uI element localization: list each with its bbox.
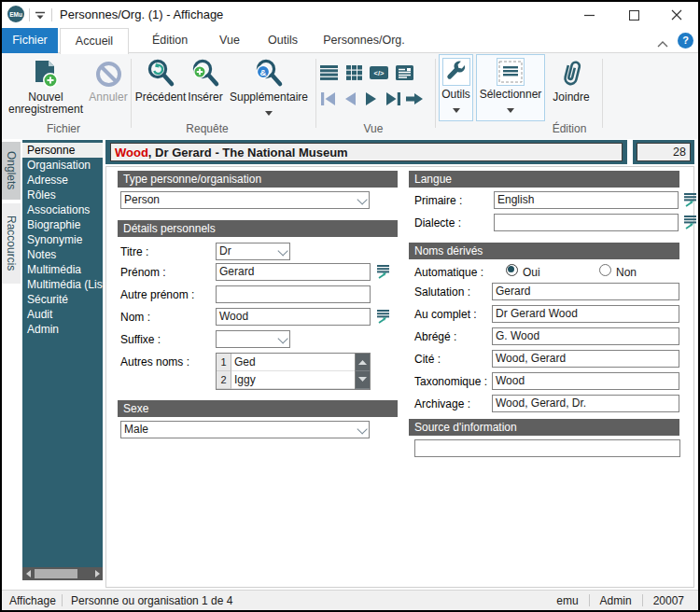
full-name-field[interactable]: Dr Gerard Wood [492, 305, 679, 323]
scroll-down-button[interactable] [355, 371, 370, 389]
automatic-label: Automatique : [414, 266, 483, 279]
sidebar-item-personne[interactable]: Personne [22, 143, 103, 158]
group-label-requete: Requête [161, 122, 254, 135]
group-label-vue: Vue [327, 122, 420, 135]
tab-personnes-org[interactable]: Personnes/Org. [319, 28, 409, 53]
view-code-icon[interactable]: </> [369, 64, 389, 81]
chevron-down-icon [265, 105, 273, 118]
tab-edition[interactable]: Édition [140, 28, 200, 53]
nav-goto-icon[interactable] [404, 90, 425, 107]
radio-oui[interactable] [506, 264, 518, 276]
new-record-button[interactable]: Nouvel enregistrement [7, 55, 84, 116]
sidebar-tab-onglets[interactable]: Onglets [2, 142, 21, 200]
scroll-left-icon[interactable] [22, 567, 34, 580]
status-right: emu Admin 20007 [546, 591, 694, 610]
sidebar-item-notes[interactable]: Notes [22, 247, 103, 262]
salutation-field[interactable]: Gerard [492, 283, 679, 300]
sidebar-item-roles[interactable]: Rôles [22, 188, 103, 202]
close-button[interactable] [661, 2, 693, 28]
attach-button[interactable]: Joindre [548, 55, 595, 104]
taxonomic-name-field[interactable]: Wood [492, 372, 679, 390]
brief-name-field[interactable]: G. Wood [492, 327, 679, 345]
middle-name-field[interactable] [216, 285, 371, 303]
sidebar-item-adresse[interactable]: Adresse [22, 173, 103, 188]
maximize-button[interactable] [618, 2, 650, 28]
previous-label: Précédent [135, 91, 187, 104]
nav-next-icon[interactable] [361, 90, 382, 107]
sidebar-item-multimedia[interactable]: Multimédia [22, 262, 103, 277]
tools-button[interactable]: Outils [439, 54, 473, 121]
view-grid-icon[interactable] [343, 64, 364, 81]
source-field[interactable] [414, 439, 680, 457]
status-number: 20007 [643, 594, 694, 607]
gender-combo[interactable]: Male [120, 421, 370, 438]
first-name-field[interactable]: Gerard [216, 263, 371, 281]
other-name-cell[interactable]: Ged [231, 354, 355, 371]
dialect-field[interactable] [494, 214, 679, 231]
person-type-combo[interactable]: Person [120, 191, 370, 209]
radio-oui-label[interactable]: Oui [523, 266, 540, 279]
autofill-icon[interactable] [376, 265, 390, 279]
cancel-label: Annuler [89, 91, 127, 104]
app-window: EMu Personnes/Org. (1) - Affichage Fichi… [0, 0, 700, 612]
scroll-up-button[interactable] [355, 354, 370, 371]
tab-accueil[interactable]: Accueil [60, 28, 129, 54]
chevron-down-icon [507, 103, 514, 116]
cancel-button: Annuler [86, 55, 131, 104]
radio-non-label[interactable]: Non [616, 266, 637, 279]
sidebar-item-biographie[interactable]: Biographie [22, 217, 103, 232]
other-names-grid[interactable]: 1 Ged 2 Iggy [216, 353, 371, 390]
svg-text:EMu: EMu [9, 11, 22, 18]
sidebar-item-multimedia-liste[interactable]: Multimédia (Liste [22, 277, 103, 292]
record-count-field: 28 [637, 143, 691, 161]
tab-vue[interactable]: Vue [209, 28, 250, 53]
additional-search-button[interactable]: & Supplémentaire [226, 55, 312, 118]
full-name-label: Au complet : [414, 308, 477, 321]
window-title: Personnes/Org. (1) - Affichage [60, 2, 223, 28]
filing-name-field[interactable]: Wood, Gerard, Dr. [492, 395, 679, 412]
collapse-ribbon-icon[interactable] [657, 37, 668, 50]
scrollbar-thumb[interactable] [35, 569, 77, 578]
sidebar-tab-raccourcis[interactable]: Raccourcis [2, 203, 21, 284]
sidebar-item-organisation[interactable]: Organisation [22, 158, 103, 173]
status-user: emu [546, 594, 588, 607]
insert-button[interactable]: Insérer [185, 55, 226, 104]
sidebar-item-associations[interactable]: Associations [22, 202, 103, 217]
section-details: Détails personnels [118, 220, 398, 237]
sidebar-item-securite[interactable]: Sécurité [22, 292, 103, 307]
tab-fichier[interactable]: Fichier [2, 28, 58, 53]
scroll-right-icon[interactable] [91, 567, 103, 580]
autofill-icon[interactable] [683, 193, 697, 207]
primary-language-field[interactable]: English [494, 191, 679, 209]
nav-last-icon[interactable] [383, 90, 403, 107]
help-icon[interactable]: ? [678, 33, 693, 49]
chevron-down-icon [277, 245, 287, 256]
select-button[interactable]: Sélectionner [476, 54, 545, 121]
row-number: 1 [217, 354, 231, 371]
previous-search-button[interactable]: Précédent [136, 55, 185, 104]
tab-outils[interactable]: Outils [254, 28, 312, 53]
status-group: Admin [590, 594, 642, 607]
sidebar-horizontal-scrollbar[interactable] [22, 567, 103, 580]
sidebar-item-audit[interactable]: Audit [22, 307, 103, 322]
autofill-icon[interactable] [683, 216, 697, 230]
status-bar: Affichage Personne ou organisation 1 de … [2, 590, 698, 610]
suffix-combo[interactable] [216, 330, 290, 348]
minimize-button[interactable] [573, 2, 605, 28]
autofill-icon[interactable] [376, 310, 390, 324]
section-language: Langue [409, 171, 679, 188]
last-name-label: Nom : [120, 311, 150, 324]
quick-access-dropdown-icon[interactable] [35, 10, 46, 23]
last-name-field[interactable]: Wood [216, 308, 371, 326]
other-name-cell[interactable]: Iggy [231, 371, 355, 389]
sidebar-item-synonymie[interactable]: Synonymie [22, 232, 103, 247]
sidebar-item-admin[interactable]: Admin [22, 322, 103, 337]
view-list-icon[interactable] [318, 64, 339, 81]
title-combo[interactable]: Dr [216, 243, 290, 260]
radio-non[interactable] [599, 264, 611, 276]
record-surname: Wood [115, 146, 148, 160]
new-record-icon [33, 55, 59, 89]
view-details-icon[interactable] [394, 64, 414, 81]
selection-icon [497, 58, 525, 86]
cited-name-field[interactable]: Wood, Gerard [492, 350, 679, 368]
